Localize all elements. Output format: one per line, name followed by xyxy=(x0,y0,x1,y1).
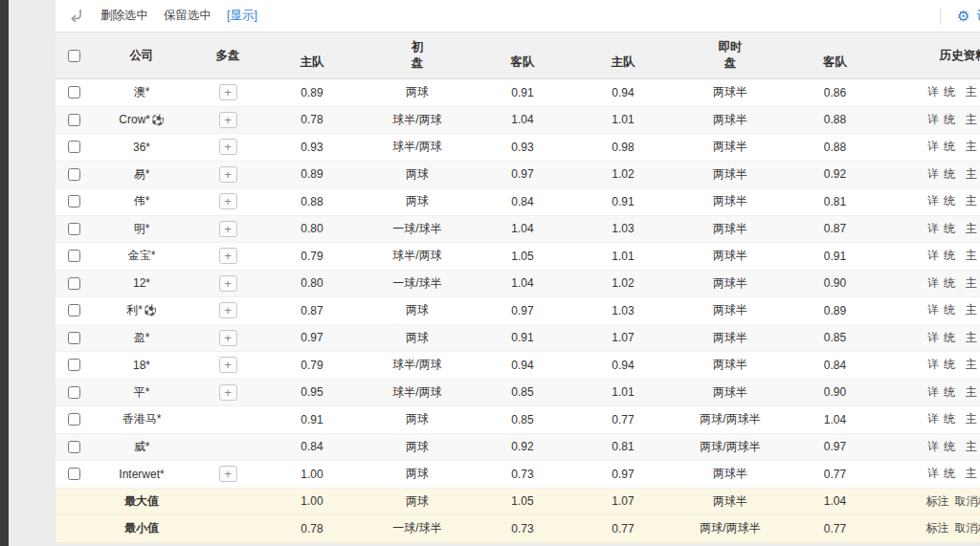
row-checkbox[interactable] xyxy=(68,141,80,153)
history-link-详[interactable]: 详 xyxy=(927,112,939,128)
history-link-统[interactable]: 统 xyxy=(944,112,955,128)
row-checkbox[interactable] xyxy=(68,168,80,181)
history-link-统[interactable]: 统 xyxy=(944,275,955,292)
history-link-详[interactable]: 详 xyxy=(927,466,939,482)
expand-plus-button[interactable]: + xyxy=(219,139,237,155)
history-link-主[interactable]: 主 xyxy=(966,357,977,373)
history-link-详[interactable]: 详 xyxy=(927,357,939,373)
row-checkbox[interactable] xyxy=(68,359,80,371)
expand-plus-button[interactable]: + xyxy=(219,384,237,401)
company-name[interactable]: 明* xyxy=(134,221,150,237)
expand-plus-button[interactable]: + xyxy=(219,84,237,100)
row-checkbox[interactable] xyxy=(68,386,80,399)
history-link-详[interactable]: 详 xyxy=(927,275,939,292)
live-handicap: 两球半 xyxy=(676,134,785,161)
expand-plus-button[interactable]: + xyxy=(219,221,237,237)
history-link-详[interactable]: 详 xyxy=(927,384,939,401)
expand-plus-button[interactable]: + xyxy=(219,466,237,482)
row-checkbox[interactable] xyxy=(68,413,80,426)
expand-plus-button[interactable]: + xyxy=(219,275,237,292)
history-link-主[interactable]: 主 xyxy=(966,139,977,155)
history-link-主[interactable]: 主 xyxy=(966,248,977,264)
history-link-详[interactable]: 详 xyxy=(927,411,939,427)
history-link-统[interactable]: 统 xyxy=(944,139,955,155)
history-link-统[interactable]: 统 xyxy=(944,221,955,237)
company-name[interactable]: Interwet* xyxy=(119,468,164,481)
history-link-主[interactable]: 主 xyxy=(966,84,977,100)
history-link-主[interactable]: 主 xyxy=(966,302,977,318)
history-link-主[interactable]: 主 xyxy=(966,330,977,346)
history-link-详[interactable]: 详 xyxy=(927,439,939,455)
history-link-统[interactable]: 统 xyxy=(944,439,955,455)
history-link-统[interactable]: 统 xyxy=(944,357,955,373)
row-checkbox[interactable] xyxy=(68,195,80,207)
row-checkbox[interactable] xyxy=(68,332,80,344)
history-link-统[interactable]: 统 xyxy=(944,384,955,401)
history-link-统[interactable]: 统 xyxy=(944,166,955,183)
expand-plus-button[interactable]: + xyxy=(219,330,237,346)
summary-link-取消标注[interactable]: 取消标注 xyxy=(955,493,980,510)
company-name[interactable]: 盈* xyxy=(134,330,150,346)
history-link-主[interactable]: 主 xyxy=(966,221,977,237)
row-checkbox[interactable] xyxy=(68,114,80,126)
company-name[interactable]: 伟* xyxy=(134,193,150,209)
expand-plus-button[interactable]: + xyxy=(219,166,237,183)
company-name[interactable]: 18* xyxy=(133,359,150,372)
history-link-统[interactable]: 统 xyxy=(944,84,955,100)
history-link-详[interactable]: 详 xyxy=(927,139,939,155)
row-checkbox[interactable] xyxy=(68,223,80,235)
history-link-详[interactable]: 详 xyxy=(927,330,939,346)
history-link-统[interactable]: 统 xyxy=(944,466,955,482)
history-link-主[interactable]: 主 xyxy=(966,466,977,482)
show-link[interactable]: [显示] xyxy=(227,8,257,24)
live-away-odds: 0.91 xyxy=(785,243,885,270)
company-name[interactable]: 12* xyxy=(133,276,150,290)
expand-plus-button[interactable]: + xyxy=(219,248,237,264)
company-name[interactable]: 利* xyxy=(126,302,143,318)
history-link-统[interactable]: 统 xyxy=(944,248,955,264)
company-name[interactable]: 易* xyxy=(134,166,150,183)
expand-plus-button[interactable]: + xyxy=(219,193,237,209)
expand-plus-button[interactable]: + xyxy=(219,357,237,373)
row-checkbox[interactable] xyxy=(68,304,80,317)
history-link-主[interactable]: 主 xyxy=(966,166,977,183)
expand-plus-button[interactable]: + xyxy=(219,302,237,318)
row-checkbox[interactable] xyxy=(68,441,80,453)
history-link-主[interactable]: 主 xyxy=(966,275,977,292)
history-link-统[interactable]: 统 xyxy=(944,193,955,209)
gear-icon[interactable]: ⚙ xyxy=(957,9,969,23)
history-link-统[interactable]: 统 xyxy=(944,330,955,346)
company-name[interactable]: Crow* xyxy=(119,113,150,126)
expand-plus-button[interactable]: + xyxy=(219,112,237,128)
summary-link-取消标注[interactable]: 取消标注 xyxy=(955,520,980,536)
select-all-checkbox[interactable] xyxy=(68,50,80,62)
row-checkbox[interactable] xyxy=(68,250,80,262)
history-link-详[interactable]: 详 xyxy=(927,193,939,209)
company-name[interactable]: 威* xyxy=(134,439,150,455)
history-link-主[interactable]: 主 xyxy=(966,411,977,427)
history-link-详[interactable]: 详 xyxy=(927,248,939,264)
company-name[interactable]: 澳* xyxy=(134,84,150,100)
company-name[interactable]: 平* xyxy=(134,384,150,401)
history-link-统[interactable]: 统 xyxy=(944,411,955,427)
history-link-详[interactable]: 详 xyxy=(927,166,939,183)
delete-selected-button[interactable]: 删除选中 xyxy=(100,8,148,24)
history-link-统[interactable]: 统 xyxy=(944,302,955,318)
company-name[interactable]: 金宝* xyxy=(128,248,156,264)
history-link-详[interactable]: 详 xyxy=(927,302,939,318)
history-link-主[interactable]: 主 xyxy=(966,193,977,209)
row-checkbox[interactable] xyxy=(68,468,80,480)
history-link-详[interactable]: 详 xyxy=(927,221,939,237)
row-checkbox[interactable] xyxy=(68,86,80,98)
summary-link-标注[interactable]: 标注 xyxy=(926,520,949,536)
history-link-详[interactable]: 详 xyxy=(927,84,939,100)
company-name[interactable]: 36* xyxy=(133,141,150,154)
history-link-主[interactable]: 主 xyxy=(966,112,977,128)
row-checkbox[interactable] xyxy=(68,277,80,290)
history-link-主[interactable]: 主 xyxy=(966,439,977,455)
history-link-主[interactable]: 主 xyxy=(966,384,977,401)
settings-select-button[interactable]: 设置/选择 xyxy=(977,8,980,24)
summary-link-标注[interactable]: 标注 xyxy=(926,493,949,510)
keep-selected-button[interactable]: 保留选中 xyxy=(164,8,212,24)
company-name[interactable]: 香港马* xyxy=(122,411,162,427)
